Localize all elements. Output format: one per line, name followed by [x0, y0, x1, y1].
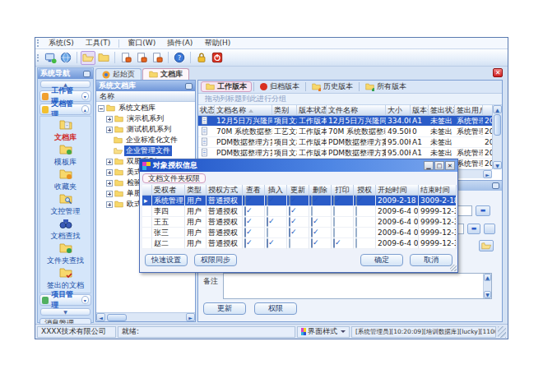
expand-icon[interactable]	[106, 180, 113, 187]
checkbox-view[interactable]	[244, 217, 246, 227]
expand-icon[interactable]	[106, 159, 113, 165]
col-end-time[interactable]: 结束时间	[419, 185, 457, 196]
checkbox-grant[interactable]	[355, 228, 357, 238]
tree-node-selected[interactable]: 企业管理文件	[96, 145, 195, 156]
sidebar-item-doclib[interactable]: 文档库	[54, 118, 77, 143]
checkbox-update[interactable]	[289, 196, 290, 205]
checkbox-print[interactable]	[333, 217, 335, 227]
checkbox-delete[interactable]	[311, 228, 313, 238]
chevron-up-icon[interactable]: ▴	[81, 105, 89, 113]
tree-node[interactable]: 企业标准化文件	[96, 135, 195, 145]
tab-doclib[interactable]: 文档库	[142, 68, 189, 80]
tab-work-version[interactable]: 工作版本	[201, 81, 252, 92]
expand-icon[interactable]	[106, 127, 113, 133]
scroll-right-icon[interactable]: ►	[483, 170, 492, 178]
checkbox-update[interactable]	[289, 217, 290, 227]
col-version[interactable]: 版本号	[411, 105, 429, 116]
scroll-down-icon[interactable]: ▼	[484, 291, 491, 298]
menu-help[interactable]: 帮助(H)	[199, 38, 235, 48]
col-statusicon[interactable]: 状态图	[198, 105, 215, 116]
checkbox-insert[interactable]	[267, 228, 268, 238]
tree-column-header[interactable]: 名称	[96, 91, 195, 102]
menu-tools[interactable]: 工具(T)	[81, 38, 116, 48]
close-icon[interactable]: ✕	[445, 161, 455, 170]
col-grantee[interactable]: 受权者	[152, 185, 185, 196]
collapse-icon[interactable]	[98, 105, 104, 112]
menubar-grip[interactable]	[37, 39, 39, 47]
chevron-down-icon[interactable]: ▾	[81, 296, 89, 304]
sidebar-item-doccontrol[interactable]: 文控管理	[51, 192, 81, 217]
checkbox-update[interactable]	[289, 228, 290, 238]
permission-row[interactable]: 王五用户普通授权 2009-6-4 0:00:009999-12-31 23:5…	[142, 217, 455, 228]
pin-icon[interactable]	[185, 83, 193, 90]
menu-system[interactable]: 系统(S)	[44, 38, 79, 48]
checkbox-insert[interactable]	[267, 206, 268, 216]
chevron-down-icon[interactable]: ▾	[81, 92, 89, 100]
table-vertical-scrollbar[interactable]: ▲ ▼	[492, 105, 502, 169]
tab-archive-version[interactable]: 归档版本	[256, 81, 304, 92]
scroll-down-icon[interactable]: ▼	[493, 161, 502, 169]
sidebar-item-foldersearch[interactable]: 文件夹查找	[47, 242, 84, 266]
col-type[interactable]: 类型	[185, 185, 207, 196]
perm-sync-button[interactable]: 权限同步	[194, 254, 237, 266]
folder-icon[interactable]	[96, 51, 111, 65]
scrollbar-thumb[interactable]	[107, 314, 127, 321]
sidebar-group-project[interactable]: 项目管理 ▾	[39, 294, 91, 306]
dialog-resize-grip[interactable]	[450, 265, 457, 271]
scrollbar-thumb[interactable]	[494, 114, 501, 136]
tree-node[interactable]: 测试机机系列	[96, 124, 195, 135]
col-start-time[interactable]: 开始时间	[376, 185, 419, 196]
sidebar-item-checkedout[interactable]: 签出的文档	[47, 266, 84, 291]
col-size[interactable]: 大小	[386, 105, 411, 116]
expand-icon[interactable]	[106, 191, 113, 197]
remark-textarea[interactable]: ▲ ▼	[223, 273, 492, 299]
permission-row[interactable]: 李四用户普通授权 2009-6-4 0:00:009999-12-31 23:5…	[142, 206, 455, 217]
table-row[interactable]: PDM数据整理方案2.doc项目文档 工作版本PDM数据整理方案2.doc 95…	[198, 148, 494, 159]
sidebar-item-template[interactable]: 模板库	[54, 143, 77, 168]
checkbox-view[interactable]	[244, 238, 246, 248]
checkbox-insert[interactable]	[267, 196, 268, 205]
minimize-icon[interactable]: ▁	[424, 161, 434, 170]
connect-icon[interactable]	[43, 51, 58, 65]
table-row[interactable]: PDM数据整理方案.doc项目文档 工作版本PDM数据整理方案.doc 95.0…	[198, 137, 494, 148]
tab-all-version[interactable]: 所有版本	[361, 81, 411, 92]
expand-icon[interactable]	[106, 116, 113, 122]
ellipsis-button[interactable]: ▬	[467, 224, 480, 234]
lock-icon[interactable]	[194, 51, 209, 65]
col-update[interactable]: 更新	[287, 185, 309, 196]
checkbox-print[interactable]	[333, 228, 335, 238]
checkbox-view[interactable]	[244, 196, 246, 205]
checkbox-print[interactable]	[333, 196, 335, 205]
sidebar-group-doc[interactable]: 文档管理 ▴	[39, 104, 91, 115]
tree-node[interactable]: 演示机系列	[96, 113, 195, 124]
remark-scrollbar[interactable]: ▲ ▼	[483, 274, 491, 298]
col-print[interactable]: 打印	[332, 185, 354, 196]
scroll-left-icon[interactable]: ◄	[96, 313, 105, 321]
tab-start-page[interactable]: 起始页	[95, 68, 142, 80]
col-delete[interactable]: 删除	[309, 185, 332, 196]
dialog-title-bar[interactable]: 对象授权信息 ▁ □ ✕	[140, 159, 457, 172]
checkbox-grant[interactable]	[355, 217, 357, 227]
pin-icon[interactable]	[83, 71, 90, 77]
col-docname[interactable]: 文档名称	[215, 105, 272, 116]
col-checkout-user[interactable]: 签出用户	[455, 105, 483, 116]
checkbox-delete[interactable]	[311, 217, 313, 227]
tree-node-root[interactable]: 系统文档库	[96, 103, 195, 113]
checkbox-grant[interactable]	[355, 196, 357, 205]
col-view[interactable]: 查看	[243, 185, 265, 196]
checkbox-delete[interactable]	[311, 206, 313, 216]
tab-history-version[interactable]: 历史版本	[308, 81, 357, 92]
col-insert[interactable]: 插入	[265, 185, 287, 196]
col-verstatus[interactable]: 版本状态	[297, 105, 327, 116]
col-mode[interactable]: 授权方式	[207, 185, 243, 196]
permission-row[interactable]: 张三用户普通授权 2009-6-4 0:00:009999-12-31 23:5…	[142, 228, 455, 238]
pin-icon[interactable]	[492, 182, 499, 189]
toolbar-grip[interactable]	[37, 54, 39, 62]
permission-button[interactable]: 权限	[254, 302, 297, 315]
checkbox-view[interactable]	[244, 206, 246, 216]
globe-icon[interactable]	[58, 51, 73, 65]
doc-add-icon[interactable]	[134, 51, 149, 65]
checkbox-insert[interactable]	[267, 217, 268, 227]
scroll-up-icon[interactable]: ▲	[493, 105, 502, 113]
menu-plugin[interactable]: 插件(A)	[162, 38, 197, 48]
